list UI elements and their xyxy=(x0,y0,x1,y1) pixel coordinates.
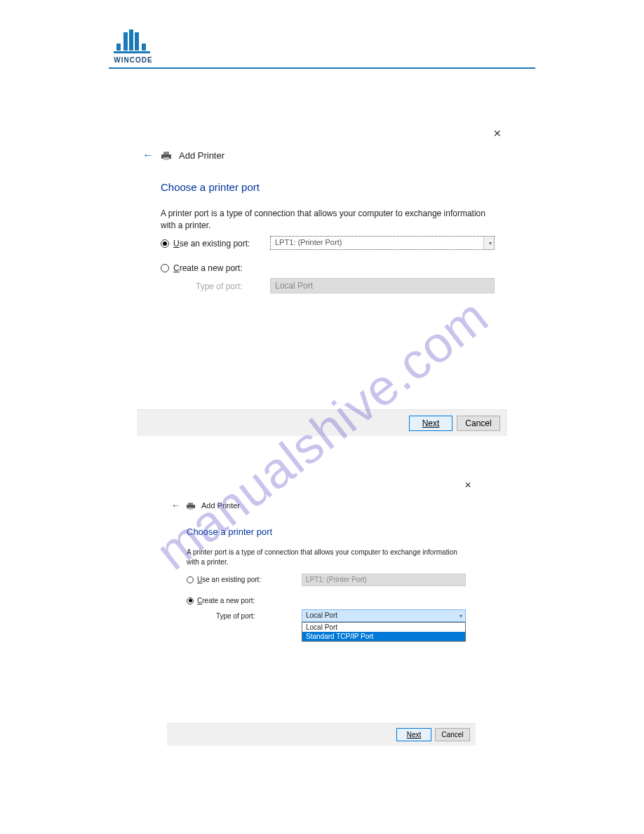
wincode-logo-icon xyxy=(112,28,154,55)
existing-port-combobox-disabled: LPT1: (Printer Port) xyxy=(302,574,466,586)
combobox-value: Local Port xyxy=(275,281,313,291)
dialog-footer: Next Cancel xyxy=(167,723,476,746)
radio-icon xyxy=(161,264,169,272)
back-arrow-icon[interactable]: ← xyxy=(171,500,180,510)
next-button[interactable]: Next xyxy=(396,728,431,741)
dialog-description: A printer port is a type of connection t… xyxy=(161,208,496,232)
cancel-button[interactable]: Cancel xyxy=(435,728,470,741)
port-type-combobox[interactable]: Local Port ▾ xyxy=(302,609,466,622)
combobox-value: LPT1: (Printer Port) xyxy=(306,576,367,583)
port-type-combobox-disabled: Local Port xyxy=(270,278,495,293)
svg-rect-1 xyxy=(129,29,133,51)
dialog-description: A printer port is a type of connection t… xyxy=(187,548,467,567)
radio-label: Create a new port: xyxy=(173,263,243,273)
type-of-port-label: Type of port: xyxy=(196,282,243,291)
back-arrow-icon[interactable]: ← xyxy=(142,149,154,161)
svg-rect-8 xyxy=(163,157,169,160)
svg-rect-9 xyxy=(188,503,193,505)
brand-logo: WINCODE xyxy=(112,28,154,64)
radio-label: Use an existing port: xyxy=(197,576,261,583)
radio-label: Use an existing port: xyxy=(173,239,250,249)
type-of-port-label: Type of port: xyxy=(216,612,255,620)
brand-name: WINCODE xyxy=(112,56,154,64)
radio-icon xyxy=(187,597,194,604)
add-printer-dialog-1: ✕ ← Add Printer Choose a printer port A … xyxy=(137,125,507,436)
next-button[interactable]: Next xyxy=(409,416,452,431)
dropdown-item-tcpip-port[interactable]: Standard TCP/IP Port xyxy=(302,632,465,641)
radio-use-existing-port[interactable]: Use an existing port: xyxy=(161,239,250,249)
breadcrumb: ← Add Printer xyxy=(171,500,240,510)
chevron-down-icon: ▾ xyxy=(489,240,492,246)
svg-rect-0 xyxy=(123,32,128,51)
radio-icon xyxy=(161,239,169,248)
dropdown-item-local-port[interactable]: Local Port xyxy=(302,623,465,632)
radio-create-new-port[interactable]: Create a new port: xyxy=(187,597,255,604)
dialog-title: Choose a printer port xyxy=(161,181,260,193)
header-divider xyxy=(109,67,535,69)
svg-rect-6 xyxy=(163,152,169,154)
combobox-value: LPT1: (Printer Port) xyxy=(275,238,342,246)
port-type-dropdown-list: Local Port Standard TCP/IP Port xyxy=(302,622,466,642)
svg-rect-11 xyxy=(188,508,193,510)
breadcrumb: ← Add Printer xyxy=(142,149,224,161)
svg-rect-3 xyxy=(116,44,121,51)
chevron-down-icon: ▾ xyxy=(459,613,462,619)
radio-label: Create a new port: xyxy=(197,597,255,604)
breadcrumb-label: Add Printer xyxy=(179,150,224,161)
document-header: WINCODE xyxy=(112,28,154,64)
svg-rect-5 xyxy=(114,51,150,53)
breadcrumb-label: Add Printer xyxy=(201,501,240,510)
dialog-footer: Next Cancel xyxy=(137,409,507,436)
cancel-button[interactable]: Cancel xyxy=(457,416,500,431)
dialog-title: Choose a printer port xyxy=(187,527,272,537)
radio-icon xyxy=(187,576,194,583)
add-printer-dialog-2: ✕ ← Add Printer Choose a printer port A … xyxy=(167,477,476,746)
existing-port-combobox[interactable]: LPT1: (Printer Port) ▾ xyxy=(270,236,495,250)
printer-icon xyxy=(186,502,196,510)
radio-create-new-port[interactable]: Create a new port: xyxy=(161,263,243,273)
svg-rect-2 xyxy=(135,32,139,51)
close-icon[interactable]: ✕ xyxy=(493,128,502,139)
combobox-value: Local Port xyxy=(306,611,337,619)
close-icon[interactable]: ✕ xyxy=(464,480,471,490)
radio-use-existing-port[interactable]: Use an existing port: xyxy=(187,576,261,583)
printer-icon xyxy=(161,151,172,161)
svg-rect-4 xyxy=(142,44,146,51)
